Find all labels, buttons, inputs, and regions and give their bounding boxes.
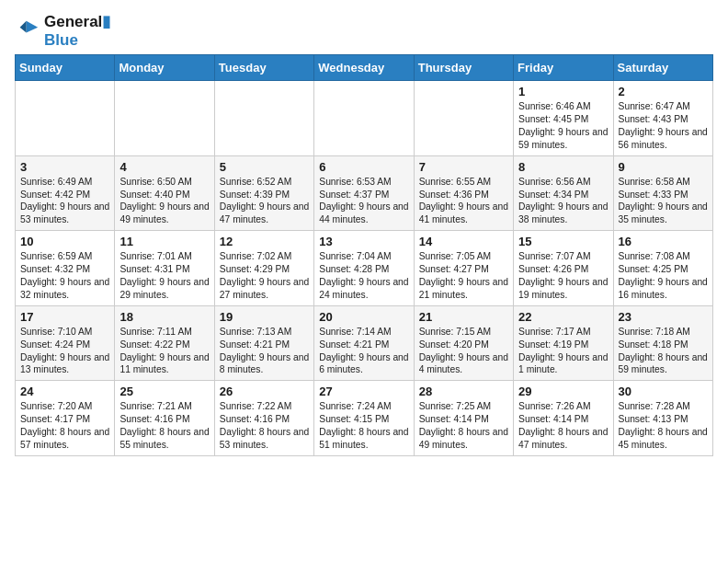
day-info: Sunrise: 7:11 AMSunset: 4:22 PMDaylight:… <box>119 326 209 377</box>
calendar-cell: 4Sunrise: 6:50 AMSunset: 4:40 PMDaylight… <box>115 155 214 231</box>
day-info: Sunrise: 6:53 AMSunset: 4:37 PMDaylight:… <box>319 176 408 227</box>
day-number: 8 <box>518 160 608 174</box>
calendar-cell <box>16 81 115 156</box>
day-info: Sunrise: 7:20 AMSunset: 4:17 PMDaylight:… <box>20 400 109 452</box>
day-info: Sunrise: 6:59 AMSunset: 4:32 PMDaylight:… <box>20 250 109 302</box>
calendar-cell: 10Sunrise: 6:59 AMSunset: 4:32 PMDayligh… <box>16 231 115 306</box>
calendar-cell <box>414 81 513 156</box>
calendar-cell: 2Sunrise: 6:47 AMSunset: 4:43 PMDaylight… <box>613 81 712 156</box>
day-number: 25 <box>119 385 209 398</box>
calendar-cell: 21Sunrise: 7:15 AMSunset: 4:20 PMDayligh… <box>414 305 513 381</box>
calendar-cell <box>214 81 313 156</box>
weekday-header-wednesday: Wednesday <box>314 55 414 81</box>
day-info: Sunrise: 6:52 AMSunset: 4:39 PMDaylight:… <box>220 176 309 227</box>
day-info: Sunrise: 7:26 AMSunset: 4:14 PMDaylight:… <box>518 400 608 452</box>
day-info: Sunrise: 7:01 AMSunset: 4:31 PMDaylight:… <box>119 250 209 302</box>
calendar-cell <box>115 81 214 156</box>
day-number: 14 <box>419 235 508 248</box>
day-info: Sunrise: 6:56 AMSunset: 4:34 PMDaylight:… <box>518 176 608 227</box>
week-row-4: 17Sunrise: 7:10 AMSunset: 4:24 PMDayligh… <box>16 305 713 381</box>
calendar-cell: 3Sunrise: 6:49 AMSunset: 4:42 PMDaylight… <box>16 155 115 231</box>
calendar-cell: 11Sunrise: 7:01 AMSunset: 4:31 PMDayligh… <box>115 231 214 306</box>
day-number: 21 <box>419 310 508 324</box>
day-info: Sunrise: 7:08 AMSunset: 4:25 PMDaylight:… <box>619 250 708 302</box>
day-info: Sunrise: 6:50 AMSunset: 4:40 PMDaylight:… <box>119 176 209 227</box>
day-number: 22 <box>518 310 608 324</box>
day-number: 30 <box>619 385 708 398</box>
svg-marker-2 <box>20 20 27 32</box>
day-number: 27 <box>319 385 408 398</box>
calendar-cell: 30Sunrise: 7:28 AMSunset: 4:13 PMDayligh… <box>613 381 712 456</box>
calendar-cell: 9Sunrise: 6:58 AMSunset: 4:33 PMDaylight… <box>613 155 712 231</box>
weekday-header-sunday: Sunday <box>16 55 115 81</box>
day-info: Sunrise: 6:49 AMSunset: 4:42 PMDaylight:… <box>20 176 109 227</box>
calendar-cell: 18Sunrise: 7:11 AMSunset: 4:22 PMDayligh… <box>115 305 214 381</box>
day-number: 17 <box>20 310 109 324</box>
day-number: 6 <box>319 160 408 174</box>
calendar-cell: 20Sunrise: 7:14 AMSunset: 4:21 PMDayligh… <box>314 305 414 381</box>
day-info: Sunrise: 6:55 AMSunset: 4:36 PMDaylight:… <box>419 176 508 227</box>
day-info: Sunrise: 7:02 AMSunset: 4:29 PMDaylight:… <box>220 250 309 302</box>
logo-text: General▮ Blue <box>44 13 110 49</box>
calendar-cell: 28Sunrise: 7:25 AMSunset: 4:14 PMDayligh… <box>414 381 513 456</box>
svg-marker-1 <box>27 20 39 32</box>
day-info: Sunrise: 7:25 AMSunset: 4:14 PMDaylight:… <box>419 400 508 452</box>
calendar-cell: 24Sunrise: 7:20 AMSunset: 4:17 PMDayligh… <box>16 381 115 456</box>
day-number: 24 <box>20 385 109 398</box>
day-info: Sunrise: 7:24 AMSunset: 4:15 PMDaylight:… <box>319 400 408 452</box>
day-number: 9 <box>619 160 708 174</box>
calendar-cell: 15Sunrise: 7:07 AMSunset: 4:26 PMDayligh… <box>514 231 613 306</box>
day-info: Sunrise: 7:10 AMSunset: 4:24 PMDaylight:… <box>20 326 109 377</box>
calendar-cell: 19Sunrise: 7:13 AMSunset: 4:21 PMDayligh… <box>214 305 313 381</box>
day-number: 5 <box>220 160 309 174</box>
weekday-header-thursday: Thursday <box>414 55 513 81</box>
day-info: Sunrise: 7:07 AMSunset: 4:26 PMDaylight:… <box>518 250 608 302</box>
calendar-cell: 16Sunrise: 7:08 AMSunset: 4:25 PMDayligh… <box>613 231 712 306</box>
calendar-cell: 29Sunrise: 7:26 AMSunset: 4:14 PMDayligh… <box>514 381 613 456</box>
day-info: Sunrise: 7:21 AMSunset: 4:16 PMDaylight:… <box>119 400 209 452</box>
day-info: Sunrise: 7:04 AMSunset: 4:28 PMDaylight:… <box>319 250 408 302</box>
calendar: SundayMondayTuesdayWednesdayThursdayFrid… <box>15 54 713 456</box>
page: General▮ Blue SundayMondayTuesdayWednesd… <box>0 0 728 471</box>
weekday-header-saturday: Saturday <box>613 55 712 81</box>
week-row-1: 1Sunrise: 6:46 AMSunset: 4:45 PMDaylight… <box>16 81 713 156</box>
week-row-2: 3Sunrise: 6:49 AMSunset: 4:42 PMDaylight… <box>16 155 713 231</box>
day-info: Sunrise: 7:17 AMSunset: 4:19 PMDaylight:… <box>518 326 608 377</box>
day-number: 1 <box>518 85 608 98</box>
day-number: 11 <box>119 235 209 248</box>
day-number: 23 <box>619 310 708 324</box>
day-number: 4 <box>119 160 209 174</box>
weekday-header-row: SundayMondayTuesdayWednesdayThursdayFrid… <box>16 55 713 81</box>
week-row-3: 10Sunrise: 6:59 AMSunset: 4:32 PMDayligh… <box>16 231 713 306</box>
logo: General▮ Blue <box>15 9 110 49</box>
calendar-cell <box>314 81 414 156</box>
weekday-header-tuesday: Tuesday <box>214 55 313 81</box>
calendar-cell: 26Sunrise: 7:22 AMSunset: 4:16 PMDayligh… <box>214 381 313 456</box>
calendar-cell: 8Sunrise: 6:56 AMSunset: 4:34 PMDaylight… <box>514 155 613 231</box>
calendar-cell: 22Sunrise: 7:17 AMSunset: 4:19 PMDayligh… <box>514 305 613 381</box>
day-number: 20 <box>319 310 408 324</box>
calendar-cell: 25Sunrise: 7:21 AMSunset: 4:16 PMDayligh… <box>115 381 214 456</box>
day-number: 15 <box>518 235 608 248</box>
week-row-5: 24Sunrise: 7:20 AMSunset: 4:17 PMDayligh… <box>16 381 713 456</box>
day-number: 26 <box>220 385 309 398</box>
calendar-cell: 6Sunrise: 6:53 AMSunset: 4:37 PMDaylight… <box>314 155 414 231</box>
day-info: Sunrise: 7:05 AMSunset: 4:27 PMDaylight:… <box>419 250 508 302</box>
day-number: 12 <box>220 235 309 248</box>
header: General▮ Blue <box>15 9 713 49</box>
calendar-cell: 14Sunrise: 7:05 AMSunset: 4:27 PMDayligh… <box>414 231 513 306</box>
day-info: Sunrise: 7:28 AMSunset: 4:13 PMDaylight:… <box>619 400 708 452</box>
day-number: 29 <box>518 385 608 398</box>
day-info: Sunrise: 6:47 AMSunset: 4:43 PMDaylight:… <box>619 100 708 152</box>
weekday-header-monday: Monday <box>115 55 214 81</box>
calendar-cell: 1Sunrise: 6:46 AMSunset: 4:45 PMDaylight… <box>514 81 613 156</box>
day-number: 10 <box>20 235 109 248</box>
calendar-cell: 7Sunrise: 6:55 AMSunset: 4:36 PMDaylight… <box>414 155 513 231</box>
day-info: Sunrise: 6:58 AMSunset: 4:33 PMDaylight:… <box>619 176 708 227</box>
day-number: 3 <box>20 160 109 174</box>
calendar-cell: 27Sunrise: 7:24 AMSunset: 4:15 PMDayligh… <box>314 381 414 456</box>
calendar-cell: 23Sunrise: 7:18 AMSunset: 4:18 PMDayligh… <box>613 305 712 381</box>
calendar-cell: 17Sunrise: 7:10 AMSunset: 4:24 PMDayligh… <box>16 305 115 381</box>
day-number: 7 <box>419 160 508 174</box>
day-info: Sunrise: 7:18 AMSunset: 4:18 PMDaylight:… <box>619 326 708 377</box>
